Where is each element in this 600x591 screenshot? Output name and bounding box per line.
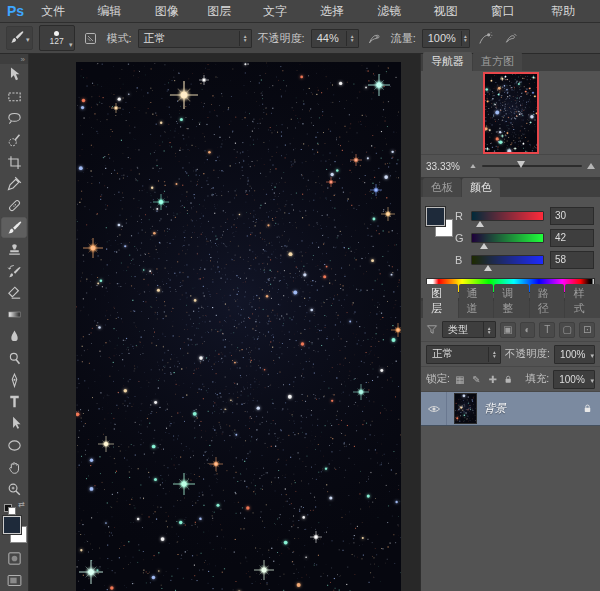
airbrush-button[interactable] [476, 28, 496, 48]
eraser-tool[interactable] [1, 282, 27, 304]
layer-visibility-toggle[interactable] [421, 392, 447, 425]
navigator-proxy-view[interactable] [485, 74, 537, 152]
green-value-field[interactable]: 42 [550, 229, 594, 247]
layer-fill-select[interactable]: 100% [553, 370, 595, 389]
lasso-tool[interactable] [1, 108, 27, 130]
brush-size-value: 127 [49, 37, 63, 46]
lock-image-icon[interactable] [470, 374, 482, 385]
red-slider[interactable] [471, 211, 544, 221]
green-slider-thumb[interactable] [480, 243, 488, 249]
lock-transparency-icon[interactable] [454, 374, 466, 385]
toggle-brush-panel-button[interactable] [81, 28, 101, 48]
filter-shape-layers-icon[interactable] [559, 322, 575, 338]
filter-smart-objects-icon[interactable] [579, 322, 595, 338]
menu-image[interactable]: 图像(I) [146, 0, 199, 22]
blur-tool[interactable] [1, 326, 27, 348]
filter-type-icon [426, 323, 438, 336]
zoom-in-icon[interactable] [587, 163, 595, 169]
filter-pixel-layers-icon[interactable] [500, 322, 516, 338]
default-and-swap-colors[interactable] [0, 502, 28, 514]
zoom-out-icon[interactable] [470, 164, 475, 168]
canvas-area[interactable] [29, 54, 420, 591]
menu-type[interactable]: 文字(Y) [254, 0, 311, 22]
menu-edit[interactable]: 编辑(E) [89, 0, 146, 22]
foreground-background-swatches[interactable] [1, 515, 27, 545]
pen-tool[interactable] [1, 369, 27, 391]
layer-opacity-select[interactable]: 100% [554, 345, 595, 364]
lock-all-icon[interactable] [503, 373, 513, 386]
tablet-pressure-opacity-button[interactable] [365, 28, 385, 48]
zoom-tool[interactable] [1, 478, 27, 500]
spot-healing-brush-tool[interactable] [1, 195, 27, 217]
clone-stamp-tool[interactable] [1, 238, 27, 260]
document-canvas[interactable] [76, 62, 401, 591]
toolbar-collapse-button[interactable] [0, 54, 28, 64]
quick-mask-button[interactable] [1, 548, 27, 570]
menu-file[interactable]: 文件(F) [32, 0, 88, 22]
opacity-select[interactable]: 44% [311, 29, 359, 48]
filter-type-select[interactable]: 类型 [442, 321, 496, 338]
foreground-color-swatch[interactable] [3, 516, 21, 534]
green-slider[interactable] [471, 233, 544, 243]
tab-styles[interactable]: 样式 [565, 284, 600, 318]
hand-tool[interactable] [1, 456, 27, 478]
tab-layers[interactable]: 图层 [423, 284, 458, 318]
ellipse-shape-tool[interactable] [1, 435, 27, 457]
gradient-tool[interactable] [1, 304, 27, 326]
quick-selection-tool[interactable] [1, 129, 27, 151]
filter-adjustment-layers-icon[interactable] [520, 322, 536, 338]
zoom-slider-thumb[interactable] [517, 161, 525, 168]
dodge-tool[interactable] [1, 347, 27, 369]
lock-position-icon[interactable] [487, 374, 499, 385]
filter-type-layers-icon[interactable] [539, 322, 555, 338]
menu-select[interactable]: 选择(S) [311, 0, 368, 22]
red-slider-thumb[interactable] [476, 221, 484, 227]
chevron-down-icon [590, 348, 594, 360]
navigator-preview [421, 71, 600, 154]
blue-channel-row: B 58 [455, 249, 594, 271]
layer-thumbnail[interactable] [454, 393, 477, 424]
crop-tool[interactable] [1, 151, 27, 173]
history-brush-tool[interactable] [1, 260, 27, 282]
move-tool[interactable] [1, 64, 27, 86]
eyedropper-tool[interactable] [1, 173, 27, 195]
tab-adjustments[interactable]: 调整 [494, 284, 529, 318]
blend-mode-select[interactable]: 正常 [138, 29, 252, 48]
mode-label: 模式: [107, 31, 132, 46]
brush-preset-picker[interactable]: 127 [39, 25, 75, 51]
layer-row-background[interactable]: 背景 [421, 392, 600, 426]
red-value-field[interactable]: 30 [550, 207, 594, 225]
tab-navigator[interactable]: 导航器 [423, 52, 472, 71]
tablet-pressure-size-button[interactable] [502, 28, 522, 48]
brush-tool[interactable] [1, 217, 27, 239]
blue-slider-thumb[interactable] [484, 265, 492, 271]
chevron-down-icon [590, 373, 594, 385]
path-selection-tool[interactable] [1, 413, 27, 435]
menu-layer[interactable]: 图层(L) [198, 0, 254, 22]
screen-mode-button[interactable] [1, 569, 27, 591]
blue-value-field[interactable]: 58 [550, 251, 594, 269]
tab-paths[interactable]: 路径 [530, 284, 565, 318]
menu-filter[interactable]: 滤镜(T) [368, 0, 424, 22]
color-panel-swatches[interactable] [426, 207, 454, 241]
lock-fill-row: 锁定: 填充: 100% [421, 367, 600, 392]
horizontal-type-tool[interactable] [1, 391, 27, 413]
rectangular-marquee-tool[interactable] [1, 86, 27, 108]
menu-view[interactable]: 视图(V) [425, 0, 482, 22]
tab-swatches[interactable]: 色板 [423, 178, 461, 197]
menu-help[interactable]: 帮助(H) [542, 0, 600, 22]
menu-window[interactable]: 窗口(W) [482, 0, 542, 22]
layer-blend-mode-select[interactable]: 正常 [426, 345, 501, 364]
current-tool-button[interactable] [6, 26, 33, 50]
tab-color[interactable]: 颜色 [462, 178, 500, 197]
navigator-zoom-slider[interactable] [482, 165, 582, 167]
zoom-level-value[interactable]: 33.33% [426, 161, 464, 172]
color-panel: 色板 颜色 R 30 G 42 [421, 180, 600, 298]
foreground-color-swatch[interactable] [426, 207, 445, 226]
tools-panel [0, 54, 29, 591]
flow-select[interactable]: 100% [422, 29, 470, 48]
lock-label: 锁定: [426, 372, 450, 386]
blue-slider[interactable] [471, 255, 544, 265]
tab-channels[interactable]: 通道 [459, 284, 494, 318]
tab-histogram[interactable]: 直方图 [473, 52, 522, 71]
